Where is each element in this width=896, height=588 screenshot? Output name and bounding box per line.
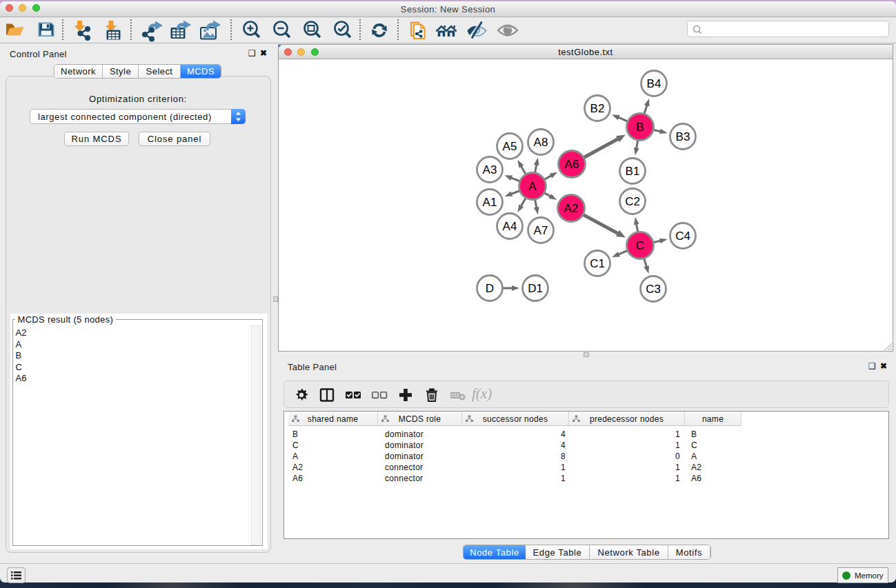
svg-text:C1: C1 xyxy=(590,257,605,270)
svg-text:A: A xyxy=(528,180,537,193)
svg-text:D1: D1 xyxy=(528,282,543,295)
svg-text:A4: A4 xyxy=(503,220,517,233)
svg-text:C: C xyxy=(636,239,644,252)
svg-text:B: B xyxy=(636,121,644,134)
svg-text:B2: B2 xyxy=(590,102,605,115)
svg-text:A3: A3 xyxy=(483,163,497,176)
svg-text:A1: A1 xyxy=(483,196,497,209)
svg-text:C4: C4 xyxy=(675,230,690,243)
svg-text:B4: B4 xyxy=(647,77,661,90)
svg-text:C3: C3 xyxy=(646,283,661,296)
svg-text:A6: A6 xyxy=(565,158,579,171)
svg-text:A7: A7 xyxy=(534,224,548,237)
svg-text:B3: B3 xyxy=(676,130,690,143)
svg-text:A2: A2 xyxy=(564,202,579,215)
svg-text:B1: B1 xyxy=(626,165,640,178)
svg-text:A8: A8 xyxy=(534,136,548,149)
svg-text:C2: C2 xyxy=(625,195,640,208)
svg-text:A5: A5 xyxy=(503,140,517,153)
svg-text:D: D xyxy=(486,282,494,295)
